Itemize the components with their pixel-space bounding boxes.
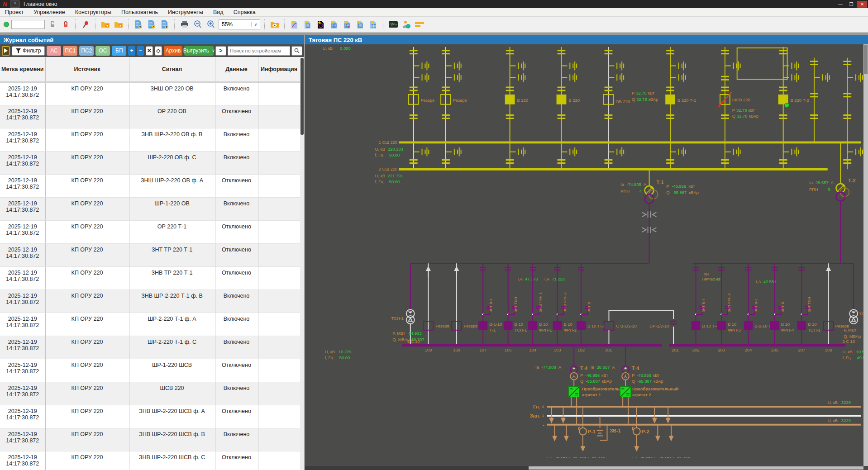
filter-button[interactable]: Фильтр [12, 46, 45, 56]
menu-constructors[interactable]: Конструкторы [70, 9, 116, 15]
dc-feeders-left[interactable]: Р-1 ЗВ-1 Р-2 [550, 407, 649, 451]
bay10-reserve-2[interactable]: Резерв [452, 263, 477, 345]
zoom-in-rows-button[interactable]: + [128, 46, 135, 56]
bus-2ssh220[interactable]: 2 СШ 220 U, кВ221.791 f, Гц50.00 [375, 166, 828, 184]
bay10-v210-t2[interactable]: ЗНТ В-2 В-2-10 Т-2 [744, 263, 775, 345]
tsn2-transformer[interactable]: ТСН-2 Р, МВт Q, МВАр [844, 263, 863, 338]
panels-layout-icon[interactable] [414, 19, 425, 30]
rectifier-transformer-1[interactable]: Iа-74.808А Т-4 P-46.956кВт Q-65.887кВАр … [535, 345, 629, 424]
dc-bus-backup-plus[interactable]: Зап. + [530, 413, 861, 418]
expand-search-button[interactable]: > [215, 46, 226, 56]
new-clock-document-icon[interactable] [315, 19, 326, 30]
bay-aux-1[interactable] [810, 58, 830, 142]
table-row[interactable]: 2025-12-1914:17:30.872 КП ОРУ 220 ЗНВ ШР… [0, 290, 300, 313]
maximize-button[interactable]: ❐ [846, 1, 856, 8]
bay10-v10-frn4[interactable]: ЗНТ В В 10ФРН-4 [770, 263, 794, 345]
bay-v220-2[interactable]: В 220 [557, 47, 580, 169]
group-bp-button[interactable]: БП [112, 46, 126, 56]
menu-control[interactable]: Управление [29, 9, 70, 15]
minimize-button[interactable]: — [835, 1, 845, 8]
group-ps1-button[interactable]: ПС1 [63, 46, 77, 56]
col-data[interactable]: Данные [215, 57, 258, 82]
oscillogram-icon[interactable] [388, 19, 399, 30]
lock-icon[interactable] [60, 19, 71, 30]
bay-ov220[interactable]: ОВ 220 P32.78кВт Q32.78кВАр [604, 47, 658, 169]
bay-shsv220[interactable]: ШСВ 220 P32.78кВт Q32.78кВАр [718, 47, 758, 169]
export-button[interactable]: Выгрузить ∨ [184, 46, 214, 56]
unlock-icon[interactable] [47, 19, 58, 30]
device-search-input[interactable] [228, 46, 290, 56]
group-as-button[interactable]: АС [47, 46, 61, 56]
archive-button[interactable]: Архив [164, 46, 182, 56]
bus-1ssh220[interactable]: 1 СШ 220 U, кВ220.133 f, Гц50.00 [375, 140, 861, 157]
print-icon[interactable] [179, 19, 190, 30]
col-info[interactable]: Информация [258, 57, 300, 82]
add-document-icon[interactable] [133, 19, 144, 30]
table-row[interactable]: 2025-12-1914:17:30.872 КП ОРУ 220 ЗНВ ШР… [0, 428, 300, 451]
bay10-v10-tsn2[interactable]: ЗНТ ТСН В 10ТСН-1 [797, 263, 820, 345]
diagram-vertical-scrollbar[interactable] [863, 44, 868, 466]
open-project-folder-icon[interactable] [100, 19, 111, 30]
table-row[interactable]: 2025-12-1914:17:30.872 КП ОРУ 220 ШР-1-2… [0, 198, 300, 221]
group-os-button[interactable]: ОС [95, 46, 110, 56]
diagram-horizontal-scrollbar[interactable] [305, 466, 863, 470]
table-row[interactable]: 2025-12-1914:17:30.872 КП ОРУ 220 ШСВ 22… [0, 382, 300, 405]
tsn1-transformer[interactable]: ТСН-1 Р, МВт64.933 Q, МВАр39.707 [391, 263, 424, 345]
table-row[interactable]: 2025-12-1914:17:30.872 КП ОРУ 220 ШР-2-2… [0, 336, 300, 359]
bay-reserve-1[interactable]: Резерв [409, 47, 434, 169]
table-row[interactable]: 2025-12-1914:17:30.872 КП ОРУ 220 ЗНШ ШР… [0, 175, 300, 198]
col-timestamp[interactable]: Метка времени [0, 57, 45, 82]
folder-view-icon[interactable] [269, 19, 280, 30]
table-row[interactable]: 2025-12-1914:17:30.872 КП ОРУ 220 ЗНВ ШР… [0, 405, 300, 428]
bay-v220-1[interactable]: В 220 [505, 47, 528, 169]
dc-bus-main-plus[interactable]: Гл. + [533, 404, 861, 409]
single-line-diagram[interactable]: U, кВ 0.000 Резерв Резерв В 220 В 220 [305, 44, 863, 466]
substation-header[interactable]: Тяговая ПС 220 кВ [305, 35, 868, 44]
zoom-out-icon[interactable] [192, 19, 203, 30]
table-row[interactable]: 2025-12-1914:17:30.872 КП ОРУ 220 ШР-2-2… [0, 152, 300, 175]
menu-project[interactable]: Проект [0, 9, 29, 15]
clear-button[interactable]: ✕ [146, 46, 153, 56]
bay10-v110-t1[interactable]: ЗНТ В-1 В-1-10Т-1 [478, 263, 502, 345]
edit-document-icon[interactable] [146, 19, 157, 30]
new-list-document-icon[interactable] [302, 19, 313, 30]
table-row[interactable]: 2025-12-1914:17:30.872 КП ОРУ 220 ЗНВ ШР… [0, 128, 300, 152]
new-trend-document-icon[interactable] [289, 19, 300, 30]
bay10-v10-frn2[interactable]: ЗНШ ФРН-2 В 10ФРН-2 [553, 263, 577, 345]
bay10-v10-frn3[interactable]: ЗНЛ ФРН-3 В 10ФРН-3 [717, 263, 740, 345]
close-button[interactable]: ✕ [857, 1, 867, 8]
bay10-reserve-3[interactable]: Резерв [824, 263, 849, 345]
ribbon-collapse-button[interactable]: ^ [10, 0, 20, 8]
new-log-document-icon[interactable] [355, 19, 366, 30]
dc-feeders-right[interactable] [653, 407, 673, 440]
diagram-svg[interactable]: U, кВ 0.000 Резерв Резерв В 220 В 220 [305, 44, 863, 458]
zoom-level-select[interactable]: 55% ∨ [219, 19, 260, 29]
bay-reserve-2[interactable]: Резерв [441, 47, 467, 169]
bay10-reserve-1[interactable]: Резерв [424, 263, 449, 345]
user-session-icon[interactable] [401, 19, 412, 30]
search-icon[interactable] [291, 46, 302, 56]
table-row[interactable]: 2025-12-1914:17:30.872 КП ОРУ 220 ЗНВ ШР… [0, 451, 300, 470]
tag-button[interactable]: ◇ [155, 46, 162, 56]
bay10-v10-t3[interactable]: ЗНТ В В 10 Т-3 [577, 263, 604, 345]
table-row[interactable]: 2025-12-1914:17:30.872 КП ОРУ 220 ЗНВ ТР… [0, 267, 300, 290]
new-grid-document-icon[interactable] [368, 19, 379, 30]
bay-v220-t2[interactable]: В 220 Т-2 [778, 47, 809, 169]
table-row[interactable]: 2025-12-1914:17:30.872 КП ОРУ 220 ОР 220… [0, 221, 300, 244]
bay10-v10-frn1[interactable]: ЗНШ ФРН-1 В 10ФРН-1 [528, 263, 552, 345]
dc-bus-minus[interactable]: - [543, 422, 861, 427]
status-field[interactable] [11, 20, 45, 29]
new-table-document-icon[interactable] [329, 19, 339, 30]
transformer-t1[interactable]: Iа-74.808А РПН4 Т-1 P-46.956кВт Q-65.887… [620, 169, 699, 263]
zoom-in-icon[interactable] [205, 19, 216, 30]
pin-icon[interactable] [80, 19, 91, 30]
new-table-plus-document-icon[interactable] [342, 19, 353, 30]
menu-tools[interactable]: Инструменты [163, 9, 208, 15]
table-row[interactable]: 2025-12-1914:17:30.872 КП ОРУ 220 ШР-1-2… [0, 359, 300, 382]
group-ps2-button[interactable]: ПС2 [79, 46, 94, 56]
zoom-out-rows-button[interactable]: − [137, 46, 144, 56]
delete-document-icon[interactable] [159, 19, 170, 30]
col-signal[interactable]: Сигнал [129, 57, 215, 82]
menu-user[interactable]: Пользователь [116, 9, 163, 15]
play-button[interactable] [2, 46, 10, 56]
